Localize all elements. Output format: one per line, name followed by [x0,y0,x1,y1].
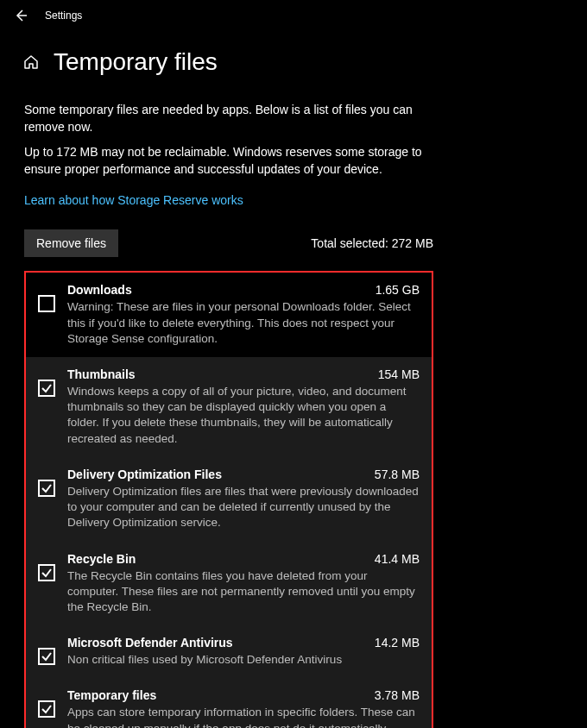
item-size: 57.8 MB [375,468,420,481]
item-description: Delivery Optimization files are files th… [67,484,420,531]
home-icon[interactable] [22,53,40,71]
checkbox[interactable] [38,700,55,718]
item-size: 3.78 MB [375,688,420,702]
file-category-list: Downloads1.65 GBWarning: These are files… [24,271,433,728]
back-icon[interactable] [14,9,28,22]
item-description: Non critical files used by Microsoft Def… [67,652,420,668]
item-size: 154 MB [378,367,420,381]
checkbox[interactable] [38,564,55,581]
item-title: Downloads [67,283,132,297]
item-description: Apps can store temporary information in … [67,705,420,728]
item-description: Warning: These are files in your persona… [67,299,420,347]
app-title: Settings [45,9,82,22]
total-selected: Total selected: 272 MB [311,236,433,250]
checkbox[interactable] [38,295,55,312]
item-description: Windows keeps a copy of all of your pict… [67,384,420,447]
item-title: Delivery Optimization Files [67,468,222,481]
storage-reserve-link[interactable]: Learn about how Storage Reserve works [24,193,243,207]
list-item[interactable]: Thumbnails154 MBWindows keeps a copy of … [26,357,432,457]
item-size: 41.4 MB [375,552,420,566]
list-item[interactable]: Temporary files3.78 MBApps can store tem… [26,678,432,728]
item-description: The Recycle Bin contains files you have … [67,568,420,616]
item-title: Temporary files [67,688,156,702]
list-item[interactable]: Downloads1.65 GBWarning: These are files… [26,273,432,357]
checkbox[interactable] [38,380,55,397]
checkbox[interactable] [38,480,55,497]
checkbox[interactable] [38,648,55,665]
list-item[interactable]: Microsoft Defender Antivirus14.2 MBNon c… [26,625,432,678]
item-size: 1.65 GB [376,283,420,297]
list-item[interactable]: Recycle Bin41.4 MBThe Recycle Bin contai… [26,542,432,626]
remove-files-button[interactable]: Remove files [24,229,118,257]
item-title: Recycle Bin [67,552,136,566]
list-item[interactable]: Delivery Optimization Files57.8 MBDelive… [26,457,432,542]
intro-text-1: Some temporary files are needed by apps.… [24,102,433,135]
item-size: 14.2 MB [375,636,420,650]
item-title: Microsoft Defender Antivirus [67,636,233,650]
item-title: Thumbnails [67,367,136,381]
intro-text-2: Up to 172 MB may not be reclaimable. Win… [24,144,433,178]
page-title: Temporary files [54,48,218,76]
